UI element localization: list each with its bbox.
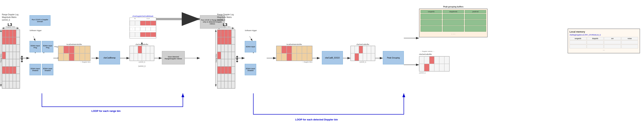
svg-text:Range bins: Range bins — [215, 54, 217, 62]
left-matrix-indicator — [20, 30, 23, 88]
cfar-det-out-buffer-right2 — [419, 56, 450, 72]
local-det-matrix-left: localDetMatrixBuffer ← Doppler bins — [58, 44, 90, 63]
doppler-indices-label: ← Doppler indices → — [420, 50, 434, 52]
cfar-doppler-box: Run CFAR in Doppler Domain — [30, 15, 50, 26]
cfar-det-out-buffer-right: cfarDetOutBuffer (uint16_t) — [350, 44, 375, 63]
loop-left-label: LOOP for each range bin — [92, 110, 120, 112]
left-matrix-title: Range Doppler Log Magnitude Matrix (uint… — [2, 13, 23, 21]
right-matrix-indicator — [236, 30, 238, 88]
right-matrix-title: Range Doppler Log Magnitude Matrix (uint… — [217, 13, 238, 21]
local-det-matrix-right: localDetMatrixBuffer ← Doppler Bins — [276, 44, 312, 63]
peak-grouping-box: Peak Grouping — [383, 51, 404, 64]
svg-text:Range bins: Range bins — [0, 54, 2, 62]
svg-text:(uint16_t): (uint16_t) — [138, 65, 146, 67]
right-l3-label: L3 — [223, 22, 227, 27]
edma-input-ping-1-left: EDMA Input Ping — [30, 41, 41, 52]
edma-input-shadow-1-left: EDMA Input Shadow — [30, 64, 41, 75]
svg-line-34 — [33, 36, 35, 41]
edma-input-shadow-right: EDMA Input Shadow — [245, 64, 256, 75]
diagram-container: ← Doppler bins → Range bins ← Doppler bi… — [0, 0, 644, 133]
svg-line-35 — [250, 36, 252, 41]
cfar-det-out-buffer-left: cfarDetOutBuffer (uint16_t) — [130, 44, 154, 63]
edma-input-shadow-2-left: EDMA Input Shadow — [42, 64, 53, 75]
cfar-cadb-sogo-box: cfarCadB_SOGO — [322, 51, 343, 64]
software-trigger-left: Software trigger — [30, 30, 42, 32]
left-matrix-grid — [2, 30, 20, 88]
right-matrix-grid — [217, 30, 235, 88]
left-l3-label: L3 — [8, 22, 12, 27]
edma-input-ping-2-left: EDMA Input Ping — [42, 41, 53, 52]
software-trigger-right: Software trigger — [245, 30, 257, 32]
ping-label: Ping — [54, 46, 58, 48]
store-detected-box: Store detected Range/Doppler indices — [162, 51, 185, 64]
peak-grouping-buffers-container: Peak grouping buffers rangeIdx dopplerId… — [419, 6, 488, 37]
cfar-doppler-det-out-bitmask: cFarDopplerDetOutBitMask 31 2,1,0 · — [130, 15, 156, 38]
cfar-det-out-buffer-label: cfarDetOutBuffer — [419, 53, 432, 55]
local-memory-box: Local memory cfarBegDopplerList (PIF_CFA… — [568, 28, 640, 53]
arrows-layer: ← Doppler bins → Range bins ← Doppler bi… — [0, 0, 644, 133]
cfar-cad-bwrap-box: cfarCadBwrap — [99, 51, 120, 64]
loop-right-label: LOOP for each detected Doppler bin — [295, 118, 338, 121]
edma-input-right: EDMA Input — [245, 41, 256, 52]
